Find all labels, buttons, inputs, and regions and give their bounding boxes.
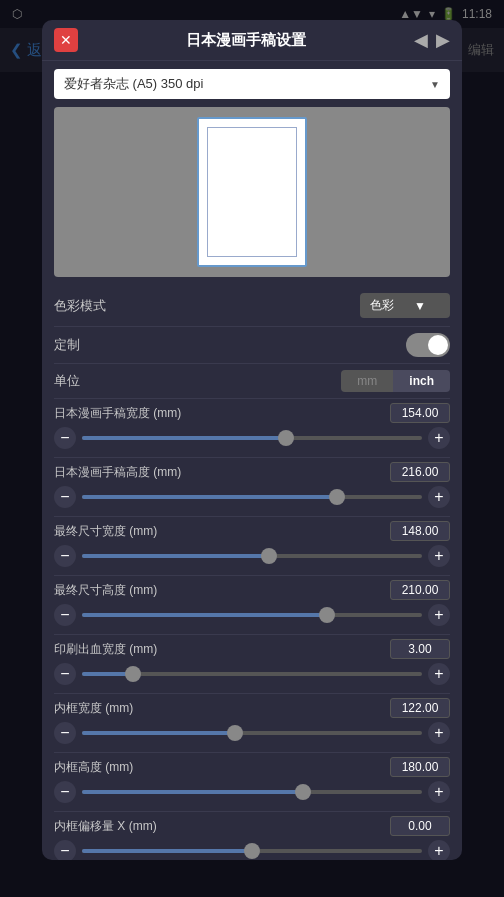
- slider-label-5: 内框宽度 (mm): [54, 700, 133, 717]
- unit-buttons: mm inch: [341, 370, 450, 392]
- preset-dropdown[interactable]: 爱好者杂志 (A5) 350 dpi ▼: [54, 69, 450, 99]
- slider-track-1[interactable]: [82, 495, 422, 499]
- slider-controls-1: − +: [54, 486, 450, 508]
- slider-thumb-7[interactable]: [244, 843, 260, 859]
- dialog-title-bar: ✕ 日本漫画手稿设置 ◀ ▶: [42, 20, 462, 61]
- unit-mm-button[interactable]: mm: [341, 370, 393, 392]
- slider-fill-7: [82, 849, 252, 853]
- arrow-left-icon[interactable]: ◀: [414, 29, 428, 51]
- slider-fill-5: [82, 731, 235, 735]
- slider-bleed-width: 印刷出血宽度 (mm) 3.00 − +: [54, 635, 450, 693]
- custom-row: 定制: [54, 327, 450, 363]
- settings-section: 色彩模式 色彩 ▼ 定制 单位 mm inch: [42, 285, 462, 860]
- slider-value-4[interactable]: 3.00: [390, 639, 450, 659]
- slider-final-height: 最终尺寸高度 (mm) 210.00 − +: [54, 576, 450, 634]
- slider-inner-width: 内框宽度 (mm) 122.00 − +: [54, 694, 450, 752]
- slider-value-3[interactable]: 210.00: [390, 580, 450, 600]
- preset-arrow-icon: ▼: [430, 79, 440, 90]
- dialog-title: 日本漫画手稿设置: [78, 31, 414, 50]
- page-preview: [197, 117, 307, 267]
- custom-label: 定制: [54, 336, 80, 354]
- slider-label-2: 最终尺寸宽度 (mm): [54, 523, 157, 540]
- slider-controls-4: − +: [54, 663, 450, 685]
- color-mode-select[interactable]: 色彩 ▼: [360, 293, 450, 318]
- slider-thumb-2[interactable]: [261, 548, 277, 564]
- slider-controls-7: − +: [54, 840, 450, 860]
- slider-minus-4[interactable]: −: [54, 663, 76, 685]
- slider-track-3[interactable]: [82, 613, 422, 617]
- slider-label-4: 印刷出血宽度 (mm): [54, 641, 157, 658]
- slider-value-6[interactable]: 180.00: [390, 757, 450, 777]
- slider-controls-5: − +: [54, 722, 450, 744]
- slider-fill-1: [82, 495, 337, 499]
- color-mode-value: 色彩: [370, 297, 394, 314]
- slider-inner-height: 内框高度 (mm) 180.00 − +: [54, 753, 450, 811]
- color-mode-arrow-icon: ▼: [414, 299, 426, 313]
- slider-fill-0: [82, 436, 286, 440]
- slider-manga-height: 日本漫画手稿高度 (mm) 216.00 − +: [54, 458, 450, 516]
- slider-track-7[interactable]: [82, 849, 422, 853]
- color-mode-label: 色彩模式: [54, 297, 106, 315]
- slider-plus-2[interactable]: +: [428, 545, 450, 567]
- dialog-overlay: ✕ 日本漫画手稿设置 ◀ ▶ 爱好者杂志 (A5) 350 dpi ▼: [0, 0, 504, 897]
- slider-value-7[interactable]: 0.00: [390, 816, 450, 836]
- slider-track-6[interactable]: [82, 790, 422, 794]
- slider-minus-5[interactable]: −: [54, 722, 76, 744]
- slider-thumb-4[interactable]: [125, 666, 141, 682]
- slider-label-6: 内框高度 (mm): [54, 759, 133, 776]
- slider-controls-6: − +: [54, 781, 450, 803]
- slider-label-0: 日本漫画手稿宽度 (mm): [54, 405, 181, 422]
- slider-track-0[interactable]: [82, 436, 422, 440]
- slider-plus-7[interactable]: +: [428, 840, 450, 860]
- slider-controls-3: − +: [54, 604, 450, 626]
- slider-value-1[interactable]: 216.00: [390, 462, 450, 482]
- slider-thumb-1[interactable]: [329, 489, 345, 505]
- slider-label-1: 日本漫画手稿高度 (mm): [54, 464, 181, 481]
- slider-label-3: 最终尺寸高度 (mm): [54, 582, 157, 599]
- preset-value: 爱好者杂志 (A5) 350 dpi: [64, 75, 203, 93]
- slider-fill-6: [82, 790, 303, 794]
- slider-plus-1[interactable]: +: [428, 486, 450, 508]
- close-icon: ✕: [60, 32, 72, 48]
- page-inner-border: [207, 127, 297, 257]
- slider-plus-3[interactable]: +: [428, 604, 450, 626]
- slider-plus-0[interactable]: +: [428, 427, 450, 449]
- preview-area: [54, 107, 450, 277]
- slider-minus-7[interactable]: −: [54, 840, 76, 860]
- slider-minus-3[interactable]: −: [54, 604, 76, 626]
- unit-label: 单位: [54, 372, 80, 390]
- slider-value-5[interactable]: 122.00: [390, 698, 450, 718]
- slider-minus-2[interactable]: −: [54, 545, 76, 567]
- slider-fill-3: [82, 613, 327, 617]
- slider-value-0[interactable]: 154.00: [390, 403, 450, 423]
- slider-minus-1[interactable]: −: [54, 486, 76, 508]
- title-icons: ◀ ▶: [414, 29, 450, 51]
- custom-toggle[interactable]: [406, 333, 450, 357]
- slider-track-5[interactable]: [82, 731, 422, 735]
- slider-thumb-0[interactable]: [278, 430, 294, 446]
- slider-thumb-3[interactable]: [319, 607, 335, 623]
- slider-thumb-6[interactable]: [295, 784, 311, 800]
- slider-controls-2: − +: [54, 545, 450, 567]
- slider-track-4[interactable]: [82, 672, 422, 676]
- slider-minus-0[interactable]: −: [54, 427, 76, 449]
- slider-track-2[interactable]: [82, 554, 422, 558]
- slider-plus-4[interactable]: +: [428, 663, 450, 685]
- close-button[interactable]: ✕: [54, 28, 78, 52]
- color-mode-row: 色彩模式 色彩 ▼: [54, 285, 450, 326]
- slider-plus-6[interactable]: +: [428, 781, 450, 803]
- slider-minus-6[interactable]: −: [54, 781, 76, 803]
- slider-value-2[interactable]: 148.00: [390, 521, 450, 541]
- slider-plus-5[interactable]: +: [428, 722, 450, 744]
- slider-manga-width: 日本漫画手稿宽度 (mm) 154.00 − +: [54, 399, 450, 457]
- slider-final-width: 最终尺寸宽度 (mm) 148.00 − +: [54, 517, 450, 575]
- slider-thumb-5[interactable]: [227, 725, 243, 741]
- slider-label-7: 内框偏移量 X (mm): [54, 818, 157, 835]
- arrow-right-icon[interactable]: ▶: [436, 29, 450, 51]
- slider-offset-x: 内框偏移量 X (mm) 0.00 − +: [54, 812, 450, 860]
- slider-fill-2: [82, 554, 269, 558]
- slider-controls-0: − +: [54, 427, 450, 449]
- unit-inch-button[interactable]: inch: [393, 370, 450, 392]
- unit-row: 单位 mm inch: [54, 364, 450, 398]
- settings-dialog: ✕ 日本漫画手稿设置 ◀ ▶ 爱好者杂志 (A5) 350 dpi ▼: [42, 20, 462, 860]
